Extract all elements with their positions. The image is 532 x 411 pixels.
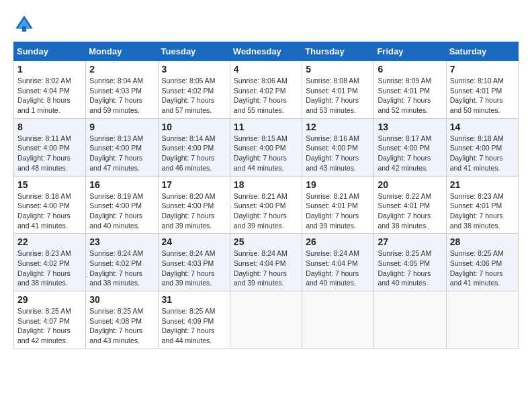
- day-info: Sunrise: 8:14 AM Sunset: 4:00 PM Dayligh…: [162, 134, 226, 173]
- sunset-label: Sunset: 4:00 PM: [234, 201, 286, 210]
- day-info: Sunrise: 8:25 AM Sunset: 4:09 PM Dayligh…: [162, 306, 226, 346]
- sunrise-label: Sunrise: 8:13 AM: [89, 134, 143, 142]
- day-info: Sunrise: 8:23 AM Sunset: 4:01 PM Dayligh…: [450, 191, 515, 231]
- day-number: 27: [378, 236, 442, 247]
- calendar-cell: 24 Sunrise: 8:24 AM Sunset: 4:03 PM Dayl…: [158, 234, 230, 291]
- page-header: [13, 13, 519, 35]
- sunset-label: Sunset: 4:06 PM: [450, 259, 502, 267]
- day-number: 16: [89, 179, 154, 190]
- sunset-label: Sunset: 4:01 PM: [378, 201, 430, 210]
- daylight-label: Daylight: 8 hours and 1 minute.: [17, 96, 71, 114]
- sunset-label: Sunset: 4:04 PM: [17, 87, 70, 95]
- sunset-label: Sunset: 4:00 PM: [17, 144, 70, 152]
- daylight-label: Daylight: 7 hours and 42 minutes.: [17, 326, 71, 345]
- day-number: 21: [450, 179, 515, 190]
- sunset-label: Sunset: 4:01 PM: [378, 87, 430, 95]
- calendar-cell: 19 Sunrise: 8:21 AM Sunset: 4:01 PM Dayl…: [302, 176, 374, 234]
- day-info: Sunrise: 8:21 AM Sunset: 4:01 PM Dayligh…: [306, 191, 370, 231]
- sunset-label: Sunset: 4:02 PM: [17, 259, 70, 267]
- day-number: 20: [378, 179, 442, 190]
- calendar-cell: 16 Sunrise: 8:19 AM Sunset: 4:00 PM Dayl…: [86, 176, 158, 234]
- day-number: 30: [89, 294, 154, 305]
- day-info: Sunrise: 8:23 AM Sunset: 4:02 PM Dayligh…: [17, 248, 82, 288]
- day-info: Sunrise: 8:24 AM Sunset: 4:02 PM Dayligh…: [89, 248, 154, 288]
- daylight-label: Daylight: 7 hours and 41 minutes.: [450, 269, 503, 287]
- daylight-label: Daylight: 7 hours and 38 minutes.: [450, 212, 503, 230]
- sunset-label: Sunset: 4:07 PM: [17, 317, 70, 325]
- day-header-tuesday: Tuesday: [158, 42, 230, 61]
- svg-rect-2: [22, 26, 26, 32]
- calendar-cell: 3 Sunrise: 8:05 AM Sunset: 4:02 PM Dayli…: [158, 61, 230, 119]
- calendar-cell: 31 Sunrise: 8:25 AM Sunset: 4:09 PM Dayl…: [158, 291, 230, 349]
- day-number: 6: [378, 64, 442, 75]
- calendar-cell: [302, 291, 374, 349]
- daylight-label: Daylight: 7 hours and 50 minutes.: [450, 96, 503, 114]
- sunrise-label: Sunrise: 8:24 AM: [89, 249, 143, 257]
- logo-icon: [13, 13, 35, 35]
- sunset-label: Sunset: 4:08 PM: [89, 317, 142, 325]
- daylight-label: Daylight: 7 hours and 46 minutes.: [162, 154, 215, 172]
- calendar-week-1: 1 Sunrise: 8:02 AM Sunset: 4:04 PM Dayli…: [14, 61, 519, 119]
- daylight-label: Daylight: 7 hours and 41 minutes.: [450, 154, 503, 172]
- sunset-label: Sunset: 4:00 PM: [162, 201, 214, 210]
- day-number: 29: [17, 294, 82, 305]
- daylight-label: Daylight: 7 hours and 57 minutes.: [162, 96, 215, 114]
- day-number: 10: [162, 122, 226, 132]
- day-number: 11: [234, 122, 298, 132]
- daylight-label: Daylight: 7 hours and 48 minutes.: [17, 154, 71, 172]
- calendar-cell: 23 Sunrise: 8:24 AM Sunset: 4:02 PM Dayl…: [86, 234, 158, 291]
- day-info: Sunrise: 8:24 AM Sunset: 4:04 PM Dayligh…: [234, 248, 298, 288]
- daylight-label: Daylight: 7 hours and 53 minutes.: [306, 96, 359, 114]
- calendar-week-5: 29 Sunrise: 8:25 AM Sunset: 4:07 PM Dayl…: [14, 291, 519, 349]
- sunrise-label: Sunrise: 8:17 AM: [378, 134, 431, 142]
- calendar-cell: 13 Sunrise: 8:17 AM Sunset: 4:00 PM Dayl…: [374, 118, 446, 176]
- daylight-label: Daylight: 7 hours and 38 minutes.: [17, 269, 71, 287]
- sunrise-label: Sunrise: 8:24 AM: [306, 249, 359, 257]
- daylight-label: Daylight: 7 hours and 42 minutes.: [378, 154, 431, 172]
- sunrise-label: Sunrise: 8:23 AM: [17, 249, 71, 257]
- sunset-label: Sunset: 4:00 PM: [306, 144, 358, 152]
- sunrise-label: Sunrise: 8:25 AM: [450, 249, 504, 257]
- day-info: Sunrise: 8:15 AM Sunset: 4:00 PM Dayligh…: [234, 134, 298, 173]
- day-header-saturday: Saturday: [446, 42, 518, 61]
- sunrise-label: Sunrise: 8:15 AM: [234, 134, 287, 142]
- day-number: 14: [450, 122, 515, 132]
- sunset-label: Sunset: 4:04 PM: [234, 259, 286, 267]
- calendar-cell: 11 Sunrise: 8:15 AM Sunset: 4:00 PM Dayl…: [230, 118, 302, 176]
- calendar-cell: 14 Sunrise: 8:18 AM Sunset: 4:00 PM Dayl…: [446, 118, 518, 176]
- day-info: Sunrise: 8:25 AM Sunset: 4:07 PM Dayligh…: [17, 306, 82, 346]
- calendar-cell: 5 Sunrise: 8:08 AM Sunset: 4:01 PM Dayli…: [302, 61, 374, 119]
- daylight-label: Daylight: 7 hours and 39 minutes.: [162, 269, 215, 287]
- day-info: Sunrise: 8:08 AM Sunset: 4:01 PM Dayligh…: [306, 76, 370, 116]
- daylight-label: Daylight: 7 hours and 47 minutes.: [89, 154, 142, 172]
- day-number: 31: [162, 294, 226, 305]
- day-number: 26: [306, 236, 370, 247]
- sunrise-label: Sunrise: 8:08 AM: [306, 77, 359, 85]
- daylight-label: Daylight: 7 hours and 40 minutes.: [378, 269, 431, 287]
- sunset-label: Sunset: 4:01 PM: [306, 201, 358, 210]
- sunset-label: Sunset: 4:00 PM: [378, 144, 430, 152]
- sunrise-label: Sunrise: 8:06 AM: [234, 77, 287, 85]
- day-header-thursday: Thursday: [302, 42, 374, 61]
- calendar-table: SundayMondayTuesdayWednesdayThursdayFrid…: [13, 42, 519, 349]
- sunrise-label: Sunrise: 8:24 AM: [162, 249, 216, 257]
- day-info: Sunrise: 8:10 AM Sunset: 4:01 PM Dayligh…: [450, 76, 515, 116]
- sunset-label: Sunset: 4:02 PM: [234, 87, 286, 95]
- day-info: Sunrise: 8:16 AM Sunset: 4:00 PM Dayligh…: [306, 134, 370, 173]
- calendar-week-3: 15 Sunrise: 8:18 AM Sunset: 4:00 PM Dayl…: [14, 176, 519, 234]
- sunrise-label: Sunrise: 8:16 AM: [306, 134, 359, 142]
- calendar-week-4: 22 Sunrise: 8:23 AM Sunset: 4:02 PM Dayl…: [14, 234, 519, 291]
- sunrise-label: Sunrise: 8:21 AM: [234, 192, 287, 200]
- sunrise-label: Sunrise: 8:25 AM: [162, 307, 216, 315]
- day-info: Sunrise: 8:06 AM Sunset: 4:02 PM Dayligh…: [234, 76, 298, 116]
- sunset-label: Sunset: 4:00 PM: [450, 144, 502, 152]
- calendar-cell: 8 Sunrise: 8:11 AM Sunset: 4:00 PM Dayli…: [14, 118, 86, 176]
- day-info: Sunrise: 8:21 AM Sunset: 4:00 PM Dayligh…: [234, 191, 298, 231]
- day-info: Sunrise: 8:18 AM Sunset: 4:00 PM Dayligh…: [17, 191, 82, 231]
- sunrise-label: Sunrise: 8:23 AM: [450, 192, 504, 200]
- day-number: 18: [234, 179, 298, 190]
- sunset-label: Sunset: 4:00 PM: [234, 144, 286, 152]
- day-info: Sunrise: 8:18 AM Sunset: 4:00 PM Dayligh…: [450, 134, 515, 173]
- sunset-label: Sunset: 4:01 PM: [450, 87, 502, 95]
- calendar-cell: 27 Sunrise: 8:25 AM Sunset: 4:05 PM Dayl…: [374, 234, 446, 291]
